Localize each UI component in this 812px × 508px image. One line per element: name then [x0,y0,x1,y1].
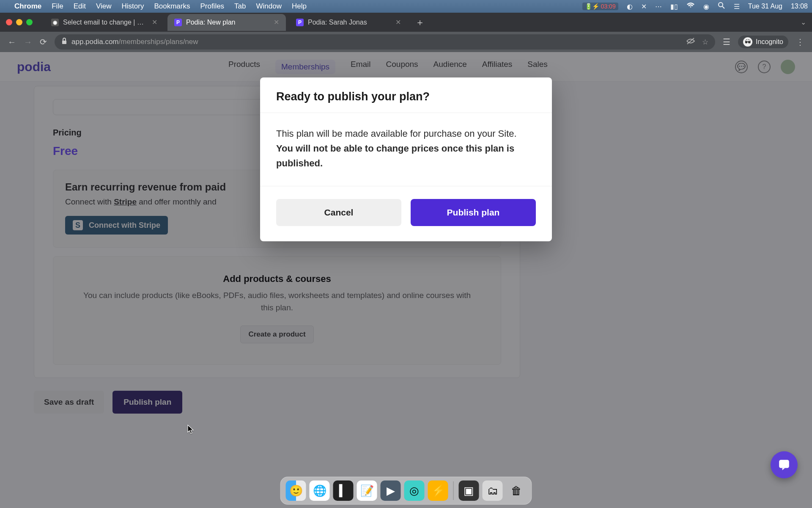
tab-favicon-icon: P [296,19,304,26]
svg-rect-2 [62,41,66,44]
browser-tab-active[interactable]: P Podia: New plan ✕ [167,14,286,31]
menu-bookmarks[interactable]: Bookmarks [154,2,190,11]
url-text: app.podia.com/memberships/plans/new [71,38,198,46]
tab-close-icon[interactable]: ✕ [395,18,401,26]
lock-icon [61,38,67,47]
address-field[interactable]: app.podia.com/memberships/plans/new ☆ [55,34,715,50]
dock-separator [453,481,454,500]
page-viewport: podia Products Memberships Email Coupons… [0,52,812,508]
dock-quicktime-icon[interactable]: ▶ [381,480,401,501]
menu-profiles[interactable]: Profiles [200,2,224,11]
tab-close-icon[interactable]: ✕ [152,18,157,26]
modal-body: This plan will be made available for pur… [260,113,552,186]
reader-icon[interactable]: ☰ [723,37,730,47]
dock-app-icon[interactable]: ◎ [404,480,425,501]
tab-close-icon[interactable]: ✕ [274,18,279,26]
dock-folder-icon[interactable]: 🗂 [483,480,503,501]
chat-bubble-icon [778,458,790,471]
tab-favicon-icon: ◉ [51,19,59,26]
back-button[interactable]: ← [8,37,16,47]
battery-low-indicator[interactable]: 🔋⚡03:09 [582,3,618,10]
svg-point-0 [719,3,723,7]
status-icon[interactable]: ◐ [627,3,633,11]
tab-title: Podia: New plan [186,19,236,26]
browser-tab[interactable]: P Podia: Sarah Jonas ✕ [289,14,408,31]
dock-app-icon[interactable]: ⚡ [428,480,448,501]
spotlight-icon[interactable] [718,2,725,11]
reload-button[interactable]: ⟳ [40,37,47,47]
status-icon[interactable]: ✕ [641,3,647,11]
dock-trash-icon[interactable]: 🗑 [506,480,527,501]
menu-window[interactable]: Window [256,2,282,11]
incognito-icon: 🕶 [743,37,752,47]
svg-rect-4 [779,460,789,468]
browser-window: ◉ Select email to change | Django ✕ P Po… [0,13,812,508]
menu-edit[interactable]: Edit [74,2,86,11]
menu-file[interactable]: File [52,2,63,11]
new-tab-button[interactable]: ＋ [415,16,425,29]
tab-overflow-icon[interactable]: ⌄ [801,18,806,26]
menubar-time[interactable]: 13:08 [791,3,808,10]
tab-title: Select email to change | Django [63,19,148,26]
eye-off-icon[interactable] [686,37,695,47]
browser-tab[interactable]: ◉ Select email to change | Django ✕ [44,14,164,31]
star-icon[interactable]: ☆ [702,38,708,47]
siri-icon[interactable]: ☰ [734,3,740,11]
tab-bar: ◉ Select email to change | Django ✕ P Po… [0,13,812,32]
publish-confirm-modal: Ready to publish your plan? This plan wi… [260,77,552,241]
intercom-launcher[interactable] [771,451,798,478]
forward-button[interactable]: → [24,37,32,47]
dock-terminal-icon[interactable]: ▍ [333,480,354,501]
dock-chrome-icon[interactable]: 🌐 [310,480,330,501]
menu-view[interactable]: View [96,2,112,11]
close-window-button[interactable] [6,19,12,25]
battery-icon[interactable]: ▮▯ [670,3,678,11]
control-center-icon[interactable]: ◉ [703,3,709,11]
tab-favicon-icon: P [174,19,182,26]
url-bar: ← → ⟳ app.podia.com/memberships/plans/ne… [0,32,812,52]
menubar-app[interactable]: Chrome [14,2,41,11]
modal-title: Ready to publish your plan? [276,90,536,103]
wifi-icon[interactable] [686,3,695,10]
menu-history[interactable]: History [121,2,144,11]
maximize-window-button[interactable] [26,19,33,25]
menu-help[interactable]: Help [292,2,307,11]
menu-tab[interactable]: Tab [234,2,246,11]
macos-menubar: Chrome File Edit View History Bookmarks … [0,0,812,13]
confirm-publish-button[interactable]: Publish plan [411,199,536,226]
dock: 🙂 🌐 ▍ 📝 ▶ ◎ ⚡ ▣ 🗂 🗑 [280,477,532,505]
modal-overlay[interactable]: Ready to publish your plan? This plan wi… [0,52,812,508]
tab-title: Podia: Sarah Jonas [308,19,367,26]
incognito-badge[interactable]: 🕶 Incognito [738,36,788,48]
svg-line-1 [722,6,724,8]
minimize-window-button[interactable] [16,19,22,25]
dock-folder-icon[interactable]: ▣ [459,480,479,501]
browser-menu-button[interactable]: ⋮ [796,37,804,47]
cancel-button[interactable]: Cancel [276,199,401,226]
status-icon[interactable]: ⋯ [655,3,662,11]
dock-notes-icon[interactable]: 📝 [357,480,377,501]
menubar-date[interactable]: Tue 31 Aug [748,3,782,10]
dock-finder-icon[interactable]: 🙂 [286,480,306,501]
